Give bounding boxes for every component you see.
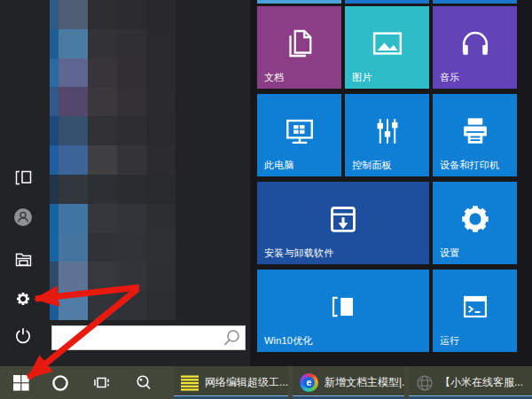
censored-pixel-block	[146, 291, 176, 320]
magnifier-icon	[222, 328, 241, 348]
censored-pixel-block	[50, 59, 59, 88]
censored-pixel-block	[117, 262, 146, 291]
cortana-circle-icon	[51, 374, 69, 392]
censored-pixel-block	[146, 0, 176, 29]
tile-label: Win10优化	[264, 334, 313, 348]
censored-pixel-block	[88, 204, 117, 233]
taskbar-app-label: 【小米在线客服...	[440, 375, 523, 390]
taskbar-app-2[interactable]: e新增文档主模型|...	[293, 366, 404, 399]
document-icon	[281, 25, 318, 62]
task-view-icon	[93, 375, 110, 390]
censored-pixel-block	[59, 145, 88, 175]
taskbar: 网络编辑超级工...e新增文档主模型|...【小米在线客服...	[0, 366, 532, 399]
censored-pixel-block	[117, 0, 146, 29]
control-panel-icon	[368, 112, 407, 151]
censored-pixel-block	[146, 29, 176, 59]
tile-pictures[interactable]: 图片	[345, 6, 429, 89]
search-input[interactable]	[52, 326, 222, 349]
tile-label: 设备和打印机	[440, 159, 499, 172]
censored-pixel-block	[50, 204, 59, 233]
app-square-icon	[324, 287, 363, 326]
tile-label: 控制面板	[352, 159, 392, 172]
sidebar-item-settings[interactable]	[13, 289, 33, 309]
censored-pixel-block	[88, 116, 117, 145]
magnifier-button[interactable]	[131, 366, 156, 399]
windows-logo-icon	[13, 375, 29, 391]
tile-document[interactable]: 文档	[257, 6, 341, 89]
tile-label: 设置	[440, 246, 459, 260]
censored-pixel-block	[146, 175, 176, 204]
censored-pixel-block	[117, 29, 146, 59]
screen: 文档图片音乐此电脑控制面板设备和打印机安装与卸载软件设置Win10优化运行 网络…	[0, 0, 532, 399]
active-app-underline	[174, 395, 288, 399]
sidebar-item-documents[interactable]	[13, 249, 33, 269]
partial-tile	[433, 0, 517, 4]
censored-pixel-block	[59, 175, 88, 204]
globe-icon	[416, 374, 434, 392]
censored-pixel-block	[88, 29, 117, 59]
censored-pixel-block	[88, 0, 117, 29]
censored-pixel-block	[59, 204, 88, 233]
censored-pixel-block	[50, 262, 59, 291]
censored-pixel-block	[146, 59, 176, 88]
censored-pixel-block	[88, 59, 117, 88]
tile-label: 此电脑	[264, 159, 294, 172]
censored-pixel-block	[59, 262, 88, 291]
active-app-underline	[293, 395, 404, 399]
task-view-button[interactable]	[89, 366, 113, 399]
taskbar-app-3[interactable]: 【小米在线客服...	[409, 366, 532, 399]
sidebar-item-user[interactable]	[13, 207, 33, 227]
tile-control-panel[interactable]: 控制面板	[345, 94, 429, 176]
tile-run[interactable]: 运行	[433, 270, 517, 352]
censored-pixel-block	[59, 291, 88, 320]
taskbar-app-label: 新增文档主模型|...	[325, 375, 404, 390]
censored-pixel-block	[117, 233, 146, 262]
tile-this-pc[interactable]: 此电脑	[257, 94, 341, 176]
active-app-underline	[409, 395, 532, 399]
tile-label: 运行	[440, 334, 459, 348]
censored-pixel-block	[50, 175, 59, 204]
tile-music[interactable]: 音乐	[433, 6, 517, 89]
printer-icon	[456, 112, 495, 151]
censored-pixel-block	[59, 87, 88, 116]
documents-icon	[15, 252, 32, 267]
tile-printer[interactable]: 设备和打印机	[433, 94, 517, 176]
tile-label: 文档	[264, 71, 284, 84]
censored-pixel-block	[146, 87, 176, 116]
this-pc-icon	[280, 112, 319, 151]
tile-label: 安装与卸载软件	[264, 246, 333, 260]
partial-tile	[257, 0, 341, 4]
censored-pixel-block	[146, 204, 176, 233]
censored-pixel-block	[59, 0, 88, 29]
censored-pixel-block	[88, 175, 117, 204]
censored-pixel-block	[88, 233, 117, 262]
tile-install[interactable]: 安装与卸载软件	[257, 182, 429, 264]
start-button[interactable]	[5, 366, 37, 399]
search-box[interactable]	[51, 325, 246, 350]
tile-settings-gear[interactable]: 设置	[433, 182, 517, 264]
censored-pixel-block	[88, 291, 117, 320]
sidebar-item-expand[interactable]	[13, 168, 33, 187]
tile-label: 音乐	[440, 71, 459, 84]
censored-pixel-block	[50, 116, 59, 145]
power-icon	[14, 327, 32, 345]
tile-label: 图片	[352, 71, 372, 84]
censored-pixel-block	[117, 291, 146, 320]
taskbar-app-1[interactable]: 网络编辑超级工...	[174, 366, 288, 399]
taskbar-app-label: 网络编辑超级工...	[205, 375, 288, 390]
settings-gear-icon	[456, 200, 495, 239]
censored-pixel-block	[59, 59, 88, 88]
expand-icon	[15, 170, 32, 185]
magnifier-dot-icon	[135, 374, 153, 392]
sidebar-item-power[interactable]	[13, 326, 33, 346]
cortana-button[interactable]	[48, 366, 73, 399]
censored-pixel-block	[117, 87, 146, 116]
tile-app-square[interactable]: Win10优化	[257, 270, 429, 352]
censored-pixel-block	[50, 87, 59, 116]
censored-pixel-block	[146, 262, 176, 291]
run-icon	[456, 287, 495, 326]
user-icon	[13, 207, 33, 227]
censored-pixel-block	[146, 145, 176, 175]
start-menu-panel: 文档图片音乐此电脑控制面板设备和打印机安装与卸载软件设置Win10优化运行	[0, 0, 532, 366]
partial-tile	[345, 0, 429, 4]
